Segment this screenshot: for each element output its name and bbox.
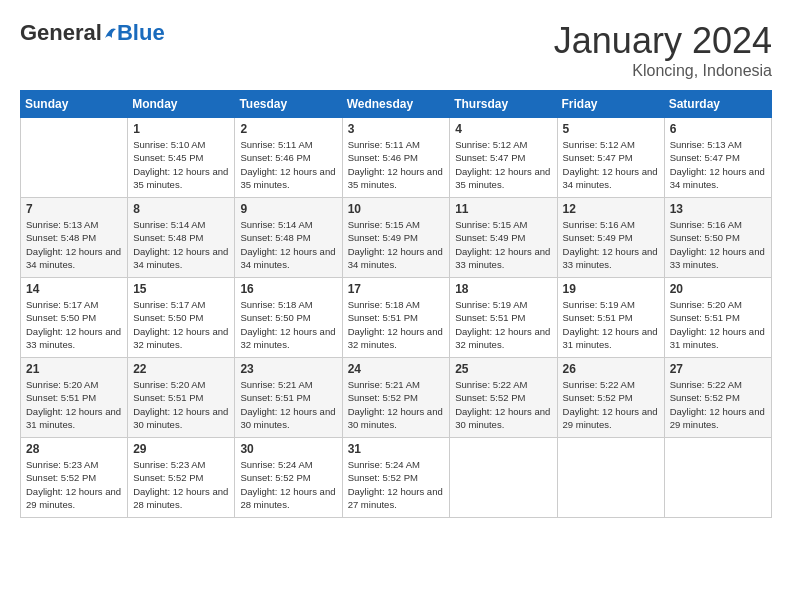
day-info: Sunrise: 5:10 AM Sunset: 5:45 PM Dayligh… <box>133 138 229 191</box>
logo: General Blue <box>20 20 165 46</box>
day-number: 2 <box>240 122 336 136</box>
calendar-cell: 30Sunrise: 5:24 AM Sunset: 5:52 PM Dayli… <box>235 438 342 518</box>
calendar-cell: 19Sunrise: 5:19 AM Sunset: 5:51 PM Dayli… <box>557 278 664 358</box>
day-info: Sunrise: 5:20 AM Sunset: 5:51 PM Dayligh… <box>133 378 229 431</box>
day-info: Sunrise: 5:13 AM Sunset: 5:47 PM Dayligh… <box>670 138 766 191</box>
day-info: Sunrise: 5:14 AM Sunset: 5:48 PM Dayligh… <box>133 218 229 271</box>
day-info: Sunrise: 5:12 AM Sunset: 5:47 PM Dayligh… <box>455 138 551 191</box>
col-wednesday: Wednesday <box>342 91 450 118</box>
day-info: Sunrise: 5:15 AM Sunset: 5:49 PM Dayligh… <box>455 218 551 271</box>
day-number: 11 <box>455 202 551 216</box>
calendar-week-row: 1Sunrise: 5:10 AM Sunset: 5:45 PM Daylig… <box>21 118 772 198</box>
day-info: Sunrise: 5:16 AM Sunset: 5:49 PM Dayligh… <box>563 218 659 271</box>
calendar-cell: 22Sunrise: 5:20 AM Sunset: 5:51 PM Dayli… <box>128 358 235 438</box>
day-number: 7 <box>26 202 122 216</box>
day-number: 14 <box>26 282 122 296</box>
day-info: Sunrise: 5:15 AM Sunset: 5:49 PM Dayligh… <box>348 218 445 271</box>
day-number: 8 <box>133 202 229 216</box>
day-info: Sunrise: 5:18 AM Sunset: 5:50 PM Dayligh… <box>240 298 336 351</box>
day-number: 12 <box>563 202 659 216</box>
day-info: Sunrise: 5:22 AM Sunset: 5:52 PM Dayligh… <box>455 378 551 431</box>
day-info: Sunrise: 5:24 AM Sunset: 5:52 PM Dayligh… <box>348 458 445 511</box>
col-sunday: Sunday <box>21 91 128 118</box>
header-row: Sunday Monday Tuesday Wednesday Thursday… <box>21 91 772 118</box>
day-number: 28 <box>26 442 122 456</box>
calendar-cell: 24Sunrise: 5:21 AM Sunset: 5:52 PM Dayli… <box>342 358 450 438</box>
calendar-cell: 18Sunrise: 5:19 AM Sunset: 5:51 PM Dayli… <box>450 278 557 358</box>
day-number: 1 <box>133 122 229 136</box>
calendar-cell: 21Sunrise: 5:20 AM Sunset: 5:51 PM Dayli… <box>21 358 128 438</box>
calendar-cell: 9Sunrise: 5:14 AM Sunset: 5:48 PM Daylig… <box>235 198 342 278</box>
title-block: January 2024 Kloncing, Indonesia <box>554 20 772 80</box>
day-info: Sunrise: 5:22 AM Sunset: 5:52 PM Dayligh… <box>670 378 766 431</box>
month-title: January 2024 <box>554 20 772 62</box>
logo-blue-text: Blue <box>117 20 165 46</box>
logo-bird-icon <box>103 24 117 42</box>
calendar-cell <box>450 438 557 518</box>
day-number: 25 <box>455 362 551 376</box>
day-number: 19 <box>563 282 659 296</box>
calendar-cell <box>664 438 771 518</box>
logo-general-text: General <box>20 20 102 46</box>
calendar-week-row: 28Sunrise: 5:23 AM Sunset: 5:52 PM Dayli… <box>21 438 772 518</box>
calendar-cell: 1Sunrise: 5:10 AM Sunset: 5:45 PM Daylig… <box>128 118 235 198</box>
calendar-cell: 31Sunrise: 5:24 AM Sunset: 5:52 PM Dayli… <box>342 438 450 518</box>
calendar-week-row: 14Sunrise: 5:17 AM Sunset: 5:50 PM Dayli… <box>21 278 772 358</box>
day-info: Sunrise: 5:21 AM Sunset: 5:52 PM Dayligh… <box>348 378 445 431</box>
calendar-week-row: 21Sunrise: 5:20 AM Sunset: 5:51 PM Dayli… <box>21 358 772 438</box>
calendar-week-row: 7Sunrise: 5:13 AM Sunset: 5:48 PM Daylig… <box>21 198 772 278</box>
day-number: 13 <box>670 202 766 216</box>
calendar-cell: 23Sunrise: 5:21 AM Sunset: 5:51 PM Dayli… <box>235 358 342 438</box>
day-number: 15 <box>133 282 229 296</box>
page-header: General Blue January 2024 Kloncing, Indo… <box>20 20 772 80</box>
calendar-cell: 27Sunrise: 5:22 AM Sunset: 5:52 PM Dayli… <box>664 358 771 438</box>
day-number: 10 <box>348 202 445 216</box>
day-number: 5 <box>563 122 659 136</box>
day-info: Sunrise: 5:11 AM Sunset: 5:46 PM Dayligh… <box>240 138 336 191</box>
col-thursday: Thursday <box>450 91 557 118</box>
calendar-cell: 12Sunrise: 5:16 AM Sunset: 5:49 PM Dayli… <box>557 198 664 278</box>
day-info: Sunrise: 5:21 AM Sunset: 5:51 PM Dayligh… <box>240 378 336 431</box>
day-number: 24 <box>348 362 445 376</box>
day-info: Sunrise: 5:22 AM Sunset: 5:52 PM Dayligh… <box>563 378 659 431</box>
calendar-cell: 25Sunrise: 5:22 AM Sunset: 5:52 PM Dayli… <box>450 358 557 438</box>
day-info: Sunrise: 5:23 AM Sunset: 5:52 PM Dayligh… <box>133 458 229 511</box>
day-number: 29 <box>133 442 229 456</box>
calendar-cell: 26Sunrise: 5:22 AM Sunset: 5:52 PM Dayli… <box>557 358 664 438</box>
day-number: 20 <box>670 282 766 296</box>
day-number: 22 <box>133 362 229 376</box>
day-info: Sunrise: 5:14 AM Sunset: 5:48 PM Dayligh… <box>240 218 336 271</box>
calendar-cell: 10Sunrise: 5:15 AM Sunset: 5:49 PM Dayli… <box>342 198 450 278</box>
day-number: 9 <box>240 202 336 216</box>
calendar-cell: 17Sunrise: 5:18 AM Sunset: 5:51 PM Dayli… <box>342 278 450 358</box>
calendar-cell: 13Sunrise: 5:16 AM Sunset: 5:50 PM Dayli… <box>664 198 771 278</box>
col-saturday: Saturday <box>664 91 771 118</box>
col-monday: Monday <box>128 91 235 118</box>
day-number: 4 <box>455 122 551 136</box>
day-info: Sunrise: 5:23 AM Sunset: 5:52 PM Dayligh… <box>26 458 122 511</box>
day-number: 30 <box>240 442 336 456</box>
day-info: Sunrise: 5:13 AM Sunset: 5:48 PM Dayligh… <box>26 218 122 271</box>
day-info: Sunrise: 5:20 AM Sunset: 5:51 PM Dayligh… <box>26 378 122 431</box>
calendar-cell: 20Sunrise: 5:20 AM Sunset: 5:51 PM Dayli… <box>664 278 771 358</box>
day-info: Sunrise: 5:24 AM Sunset: 5:52 PM Dayligh… <box>240 458 336 511</box>
calendar-cell: 7Sunrise: 5:13 AM Sunset: 5:48 PM Daylig… <box>21 198 128 278</box>
day-number: 23 <box>240 362 336 376</box>
day-info: Sunrise: 5:20 AM Sunset: 5:51 PM Dayligh… <box>670 298 766 351</box>
calendar-cell: 8Sunrise: 5:14 AM Sunset: 5:48 PM Daylig… <box>128 198 235 278</box>
day-number: 31 <box>348 442 445 456</box>
calendar-cell: 11Sunrise: 5:15 AM Sunset: 5:49 PM Dayli… <box>450 198 557 278</box>
day-info: Sunrise: 5:12 AM Sunset: 5:47 PM Dayligh… <box>563 138 659 191</box>
location: Kloncing, Indonesia <box>554 62 772 80</box>
calendar-cell: 2Sunrise: 5:11 AM Sunset: 5:46 PM Daylig… <box>235 118 342 198</box>
day-info: Sunrise: 5:17 AM Sunset: 5:50 PM Dayligh… <box>26 298 122 351</box>
calendar-cell: 4Sunrise: 5:12 AM Sunset: 5:47 PM Daylig… <box>450 118 557 198</box>
day-number: 6 <box>670 122 766 136</box>
calendar-cell <box>557 438 664 518</box>
calendar-cell <box>21 118 128 198</box>
day-number: 3 <box>348 122 445 136</box>
calendar-cell: 5Sunrise: 5:12 AM Sunset: 5:47 PM Daylig… <box>557 118 664 198</box>
day-number: 17 <box>348 282 445 296</box>
day-number: 26 <box>563 362 659 376</box>
day-info: Sunrise: 5:19 AM Sunset: 5:51 PM Dayligh… <box>455 298 551 351</box>
